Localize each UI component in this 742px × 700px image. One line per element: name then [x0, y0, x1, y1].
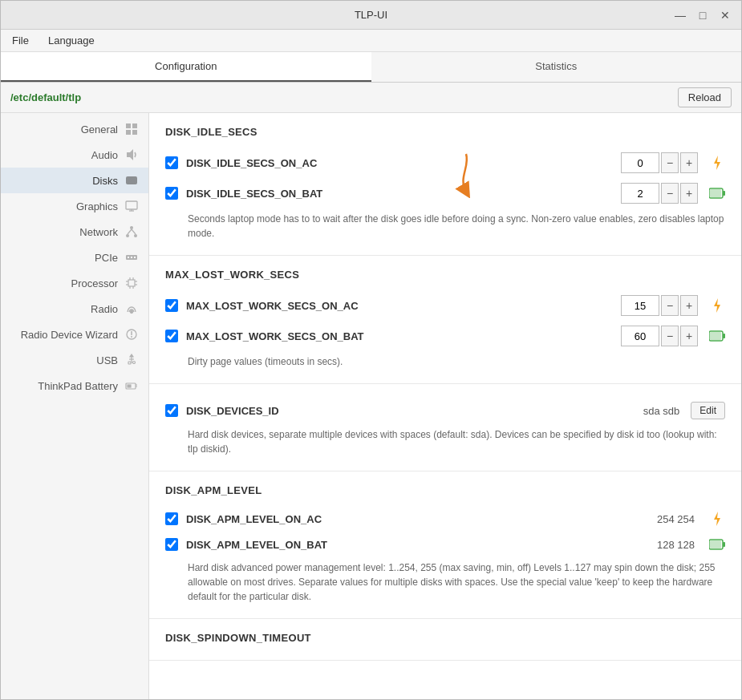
svg-rect-1	[132, 123, 137, 128]
sidebar-item-general[interactable]: General	[1, 116, 148, 142]
max-lost-bat-checkbox[interactable]	[165, 330, 178, 342]
close-button[interactable]: ✕	[716, 6, 735, 25]
svg-line-14	[128, 229, 132, 234]
section-title-max-lost-work: MAX_LOST_WORK_SECS	[165, 269, 725, 281]
sidebar-item-processor[interactable]: Processor	[1, 270, 148, 296]
bat-power-icon-3	[709, 536, 725, 552]
disk-apm-bat-checkbox[interactable]	[165, 538, 178, 551]
disk-idle-secs-ac-increment[interactable]: +	[680, 152, 698, 173]
disk-apm-ac-checkbox[interactable]	[165, 512, 178, 525]
sidebar-item-thinkpad-battery[interactable]: ThinkPad Battery	[1, 373, 148, 399]
svg-rect-20	[128, 280, 135, 286]
disk-idle-secs-bat-label: DISK_IDLE_SECS_ON_BAT	[186, 188, 613, 200]
menubar: File Language	[1, 30, 741, 52]
section-disk-spindown-timeout: DISK_SPINDOWN_TIMEOUT	[149, 619, 741, 661]
wizard-icon	[124, 327, 139, 342]
maximize-button[interactable]: □	[693, 6, 712, 25]
svg-line-15	[132, 229, 136, 234]
disk-apm-ac-label: DISK_APM_LEVEL_ON_AC	[186, 513, 639, 525]
max-lost-bat-increment[interactable]: +	[680, 326, 698, 346]
section-title-disk-apm: DISK_APM_LEVEL	[165, 484, 725, 496]
svg-rect-3	[132, 130, 137, 135]
disk-idle-secs-ac-decrement[interactable]: −	[661, 152, 679, 173]
max-lost-bat-spinbox: − +	[621, 326, 698, 346]
disk-idle-secs-bat-decrement[interactable]: −	[661, 183, 679, 204]
svg-point-12	[126, 234, 129, 237]
svg-rect-54	[710, 540, 721, 548]
bat-power-icon	[709, 185, 725, 201]
monitor-icon	[124, 199, 139, 213]
sidebar-item-usb[interactable]: USB	[1, 347, 148, 373]
svg-rect-46	[710, 189, 721, 197]
sidebar-item-network[interactable]: Network	[1, 219, 148, 245]
setting-row-disk-idle-bat: DISK_IDLE_SECS_ON_BAT − +	[165, 178, 725, 208]
content-area: DISK_IDLE_SECS DISK_IDLE_SECS_ON_AC − +	[149, 113, 741, 699]
svg-point-13	[134, 234, 137, 237]
reload-button[interactable]: Reload	[678, 87, 732, 107]
minimize-button[interactable]: —	[671, 6, 690, 25]
svg-rect-50	[710, 332, 721, 340]
sidebar-item-graphics[interactable]: Graphics	[1, 193, 148, 219]
usb-icon	[124, 353, 139, 367]
path-bar: /etc/default/tlp Reload	[1, 83, 741, 113]
disk-idle-secs-ac-label: DISK_IDLE_SECS_ON_AC	[186, 157, 613, 169]
disk-apm-level-description: Hard disk advanced power management leve…	[165, 557, 725, 605]
cpu-icon	[124, 276, 139, 290]
section-disk-idle-secs: DISK_IDLE_SECS DISK_IDLE_SECS_ON_AC − +	[149, 113, 741, 256]
disk-apm-bat-label: DISK_APM_LEVEL_ON_BAT	[186, 539, 639, 551]
svg-rect-19	[134, 257, 136, 258]
setting-row-disk-apm-bat: DISK_APM_LEVEL_ON_BAT 128 128	[165, 532, 725, 557]
tab-configuration[interactable]: Configuration	[1, 52, 371, 82]
audio-icon	[124, 148, 139, 162]
tab-statistics[interactable]: Statistics	[371, 52, 742, 82]
max-lost-ac-decrement[interactable]: −	[661, 295, 679, 316]
max-lost-bat-input[interactable]	[621, 326, 659, 346]
network-icon	[124, 225, 139, 239]
language-menu[interactable]: Language	[43, 33, 99, 48]
svg-marker-4	[127, 149, 133, 160]
max-lost-ac-checkbox[interactable]	[165, 299, 178, 312]
section-max-lost-work-secs: MAX_LOST_WORK_SECS MAX_LOST_WORK_SECS_ON…	[149, 256, 741, 384]
svg-rect-49	[723, 334, 725, 338]
disk-icon	[124, 173, 139, 188]
sidebar-item-radio[interactable]: Radio	[1, 296, 148, 322]
svg-rect-2	[126, 130, 131, 135]
svg-rect-18	[131, 257, 132, 258]
sidebar-item-radio-device-wizard[interactable]: Radio Device Wizard	[1, 322, 148, 347]
disk-idle-secs-bat-checkbox[interactable]	[165, 187, 178, 200]
disk-devices-id-edit-button[interactable]: Edit	[691, 402, 725, 419]
file-menu[interactable]: File	[7, 33, 34, 48]
disk-idle-secs-description: Seconds laptop mode has to to wait after…	[165, 208, 725, 242]
ac-power-icon-2	[709, 297, 725, 314]
svg-marker-51	[714, 512, 720, 526]
svg-marker-42	[714, 156, 720, 170]
disk-devices-id-description: Hard disk devices, separate multiple dev…	[165, 424, 725, 458]
sidebar: General Audio Disks Graphics	[1, 113, 149, 699]
svg-point-29	[131, 311, 133, 314]
sidebar-item-disks[interactable]: Disks	[1, 168, 148, 193]
disk-devices-id-label: DISK_DEVICES_ID	[186, 405, 623, 417]
radio-icon	[124, 301, 139, 316]
disk-idle-secs-ac-checkbox[interactable]	[165, 156, 178, 169]
main-layout: General Audio Disks Graphics	[1, 113, 741, 699]
pcie-icon	[124, 250, 139, 265]
disk-devices-id-checkbox[interactable]	[165, 404, 178, 417]
window-controls: — □ ✕	[671, 6, 735, 25]
max-lost-ac-increment[interactable]: +	[680, 295, 698, 316]
svg-point-36	[133, 362, 136, 364]
svg-rect-35	[128, 362, 131, 364]
max-lost-bat-decrement[interactable]: −	[661, 326, 679, 346]
path-highlight: tlp	[68, 91, 81, 103]
sidebar-item-audio[interactable]: Audio	[1, 142, 148, 168]
disk-apm-ac-value: 254 254	[647, 513, 695, 525]
window-title: TLP-UI	[71, 9, 671, 21]
sidebar-item-pcie[interactable]: PCIe	[1, 245, 148, 270]
disk-idle-secs-bat-increment[interactable]: +	[680, 183, 698, 204]
disk-idle-secs-ac-input[interactable]	[621, 152, 659, 173]
grid-icon	[124, 122, 139, 136]
disk-idle-secs-bat-input[interactable]	[621, 183, 659, 204]
battery-icon	[124, 378, 139, 393]
max-lost-ac-input[interactable]	[621, 295, 659, 316]
section-title-disk-idle-secs: DISK_IDLE_SECS	[165, 126, 725, 138]
svg-point-11	[130, 226, 133, 229]
